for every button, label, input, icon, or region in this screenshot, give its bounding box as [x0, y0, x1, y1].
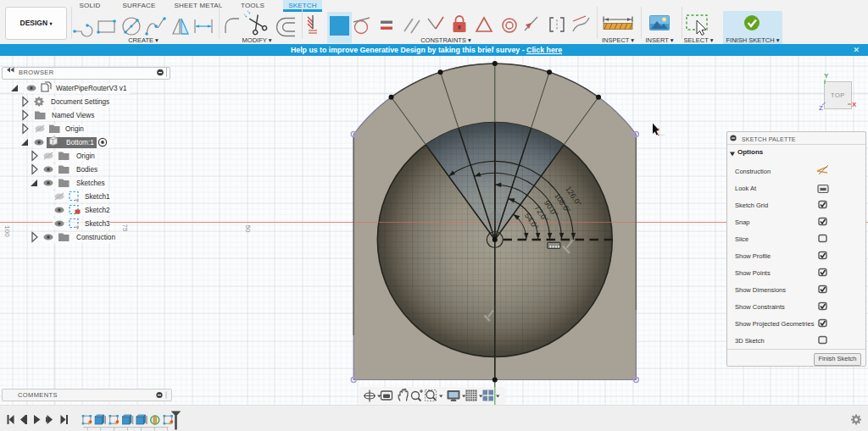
svg-text:Y: Y — [824, 72, 829, 80]
svg-text:X: X — [852, 101, 857, 108]
svg-text:50: 50 — [244, 225, 252, 233]
svg-text:Z: Z — [819, 104, 823, 112]
